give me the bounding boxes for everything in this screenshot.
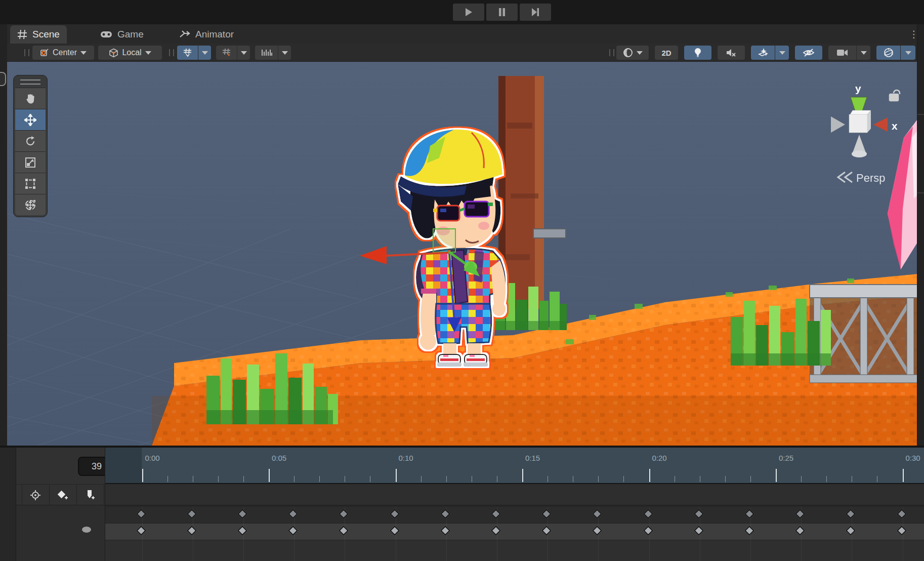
ruler-tick: [345, 476, 345, 482]
window-tab-bar: Scene Game Animator ⋮: [7, 24, 916, 44]
projection-label[interactable]: Persp: [856, 172, 885, 184]
snap-grid-icon: [222, 48, 231, 57]
palette-drag-handle[interactable]: [20, 79, 40, 85]
step-button[interactable]: [520, 4, 551, 21]
scale-icon: [25, 157, 36, 168]
move-icon: [24, 114, 36, 126]
step-forward-icon: [531, 8, 539, 17]
tool-rect[interactable]: [15, 173, 46, 194]
effects-toggle[interactable]: [751, 46, 775, 60]
ruler-time-label: 0:30: [906, 454, 920, 462]
dock-separator: [917, 192, 924, 193]
chevron-down-icon: [637, 51, 643, 55]
cube-icon: [109, 48, 118, 58]
camera-icon: [836, 49, 849, 57]
snap-toggle[interactable]: [216, 46, 237, 60]
toolbar-separator: [169, 49, 174, 56]
ruler-tick: [750, 476, 751, 482]
left-dock-edge: [0, 24, 7, 446]
tab-animator-label: Animator: [195, 29, 234, 40]
play-mode-toolbar: [0, 0, 924, 24]
tool-scale[interactable]: [15, 151, 46, 173]
ruler-tick: [623, 476, 624, 482]
ruler-tick: [167, 476, 168, 482]
play-button[interactable]: [453, 4, 484, 21]
dock-separator: [917, 114, 924, 115]
hidden-objects-toggle[interactable]: [795, 46, 822, 60]
orientation-dropdown[interactable]: Local: [98, 46, 162, 60]
dopesheet[interactable]: [105, 505, 924, 561]
ruler-time-label: 0:25: [779, 454, 793, 462]
move-gizmo-plane-handle[interactable]: [433, 229, 455, 252]
2d-mode-label: 2D: [661, 49, 671, 57]
chevron-down-icon: [779, 51, 785, 55]
effects-options[interactable]: [775, 46, 789, 60]
tab-scene-label: Scene: [32, 29, 60, 40]
chevron-down-icon: [905, 51, 911, 55]
draw-mode-dropdown[interactable]: [616, 46, 649, 60]
ruler-time-label: 0:05: [272, 454, 286, 462]
ruler-tick: [852, 476, 852, 482]
add-event-button[interactable]: [77, 485, 103, 506]
orientation-label: Local: [122, 48, 141, 57]
tab-game-label: Game: [117, 29, 144, 40]
pivot-mode-dropdown[interactable]: Center: [32, 46, 94, 60]
gizmos-toggle[interactable]: [876, 46, 900, 60]
ruler-tick: [649, 469, 650, 482]
axis-y-label: y: [855, 83, 861, 94]
ruler-tick: [497, 476, 497, 482]
camera-settings[interactable]: [828, 46, 856, 60]
increment-snap-toggle[interactable]: [255, 46, 278, 60]
audio-muted-icon: [726, 48, 736, 57]
add-event-icon: [85, 490, 95, 501]
gamepad-icon: [100, 30, 112, 38]
pause-button[interactable]: [486, 4, 518, 21]
grid-visibility-toggle[interactable]: [177, 46, 198, 60]
camera-options[interactable]: [856, 46, 870, 60]
add-keyframe-button[interactable]: [50, 485, 76, 506]
timeline-column-divider[interactable]: [105, 448, 105, 561]
play-icon: [465, 8, 473, 17]
gizmos-options[interactable]: [900, 46, 915, 60]
gizmo-sphere-icon: [884, 48, 894, 58]
chevron-down-icon: [202, 51, 208, 55]
grid-icon: [17, 29, 27, 39]
scene-viewport[interactable]: y x Persp: [7, 62, 917, 446]
tab-game[interactable]: Game: [93, 25, 151, 44]
record-button[interactable]: [22, 485, 49, 506]
record-curves-icon: [30, 490, 40, 500]
ruler-tick: [826, 476, 827, 482]
ruler-tick: [472, 476, 472, 482]
pivot-icon: [40, 48, 49, 57]
ruler-tick: [801, 476, 802, 482]
timeline-ruler[interactable]: 0:000:050:100:150:200:250:30: [105, 448, 924, 484]
increment-snap-options[interactable]: [278, 46, 291, 60]
tool-hand[interactable]: [15, 88, 46, 109]
chevron-down-icon: [80, 51, 87, 55]
ruler-tick: [548, 476, 548, 482]
tool-rotate[interactable]: [15, 130, 46, 151]
rotate-icon: [25, 136, 36, 147]
chevron-down-icon: [145, 51, 151, 55]
tab-animator[interactable]: Animator: [172, 25, 241, 44]
scene-3d-canvas[interactable]: y x Persp: [7, 62, 917, 446]
pause-icon: [498, 8, 506, 17]
ruler-tick: [700, 476, 700, 482]
pillar-prop[interactable]: [498, 76, 544, 309]
scene-lighting-toggle[interactable]: [684, 46, 711, 60]
audio-toggle[interactable]: [718, 46, 745, 60]
toolbar-separator: [609, 49, 614, 56]
tab-scene[interactable]: Scene: [10, 25, 67, 44]
tool-move[interactable]: [15, 109, 46, 130]
light-bulb-icon: [694, 48, 702, 58]
metal-beam-prop[interactable]: [533, 229, 566, 238]
axis-x-label: x: [892, 120, 898, 132]
snap-options[interactable]: [237, 46, 250, 60]
orientation-gizmo-cube[interactable]: [849, 114, 867, 133]
grid-visibility-options[interactable]: [198, 46, 211, 60]
2d-mode-toggle[interactable]: 2D: [655, 46, 678, 60]
tool-transform[interactable]: [15, 194, 46, 215]
shaded-sphere-icon: [623, 48, 633, 58]
collapsed-panel-tab[interactable]: [0, 72, 6, 86]
ruler-time-label: 0:15: [525, 454, 540, 462]
